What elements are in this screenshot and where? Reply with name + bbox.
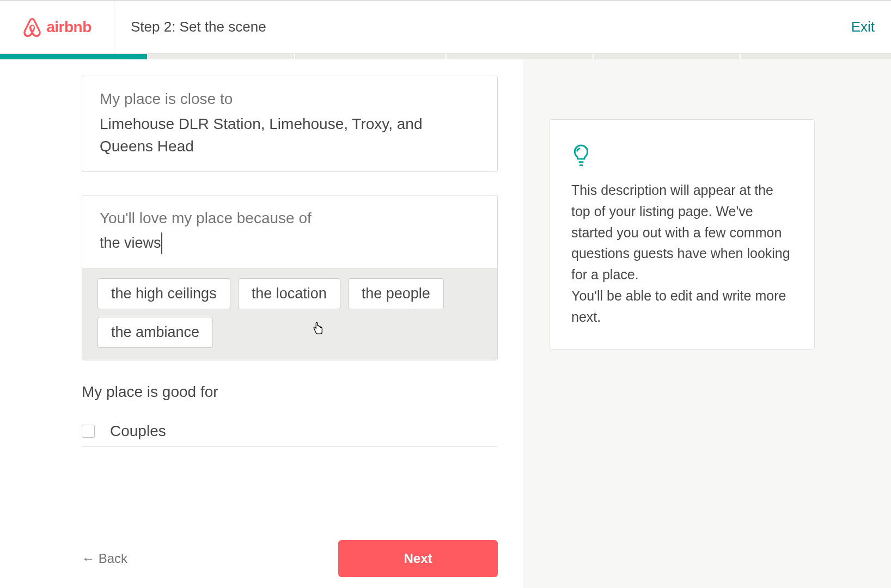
- header: airbnb Step 2: Set the scene Exit: [0, 1, 891, 54]
- tip-text-2: You'll be able to edit and write more ne…: [571, 285, 792, 328]
- tip-column: This description will appear at the top …: [523, 59, 891, 588]
- love-because-card[interactable]: You'll love my place because of the view…: [82, 195, 498, 360]
- suggestion-chips: the high ceilingsthe locationthe peoplet…: [82, 268, 497, 360]
- good-for-option-0[interactable]: Couples: [82, 422, 498, 447]
- suggestion-chip-0[interactable]: the high ceilings: [97, 278, 230, 309]
- checkbox[interactable]: [82, 425, 95, 438]
- close-to-value[interactable]: Limehouse DLR Station, Limehouse, Troxy,…: [82, 113, 497, 171]
- airbnb-icon: [22, 16, 42, 38]
- form-column: My place is close to Limehouse DLR Stati…: [0, 59, 523, 588]
- footer-row: ← Back Next: [82, 540, 498, 577]
- good-for-heading: My place is good for: [82, 383, 498, 401]
- tip-card: This description will appear at the top …: [549, 119, 815, 350]
- close-to-label: My place is close to: [82, 76, 497, 113]
- brand-logo[interactable]: airbnb: [0, 1, 114, 53]
- suggestion-chip-3[interactable]: the ambiance: [97, 317, 213, 348]
- fade-overlay: [82, 516, 498, 536]
- love-because-input[interactable]: the views: [82, 232, 497, 268]
- progress-bar: [0, 54, 891, 59]
- tip-text-1: This description will appear at the top …: [571, 180, 792, 285]
- exit-button[interactable]: Exit: [851, 19, 875, 35]
- step-label: Step 2: Set the scene: [131, 19, 266, 35]
- good-for-label: Couples: [110, 422, 166, 440]
- suggestion-chip-1[interactable]: the location: [238, 278, 340, 309]
- close-to-card[interactable]: My place is close to Limehouse DLR Stati…: [82, 76, 498, 172]
- brand-name: airbnb: [46, 19, 91, 36]
- suggestion-chip-2[interactable]: the people: [348, 278, 444, 309]
- progress-fill: [0, 54, 147, 59]
- next-button[interactable]: Next: [338, 540, 498, 577]
- lightbulb-icon: [571, 144, 591, 168]
- love-because-label: You'll love my place because of: [82, 195, 497, 232]
- back-button[interactable]: ← Back: [82, 551, 127, 566]
